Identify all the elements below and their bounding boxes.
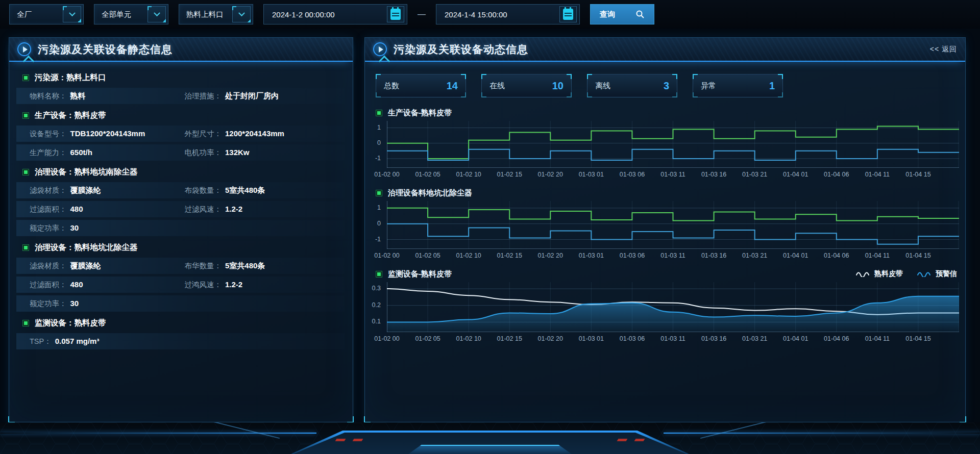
axis-tick-label: 01-03 11 [660,335,685,342]
chevron-down-icon [69,10,76,16]
chevron-down-icon [154,10,160,16]
dropdown-caret-box[interactable] [148,6,166,22]
stat-value: 14 [447,80,458,92]
date-to-input[interactable]: 2024-1-4 15:00:00 [436,4,580,24]
section-treatment-equipment-north: 治理设备：熟料地坑北除尘器 [16,239,345,256]
date-to-picker-button[interactable] [559,6,577,22]
field-label: 生产能力： [30,148,67,158]
info-row: 额定功率：30 [16,295,345,312]
stat-label: 异常 [701,81,716,91]
axis-tick-label: 01-03 01 [579,252,604,259]
date-from-picker-button[interactable] [387,6,404,22]
field-value: 熟料 [70,91,86,101]
axis-tick-label: 01-03 11 [660,171,685,178]
axis-tick-label: 01-04 06 [824,171,849,178]
section-bullet-icon [22,244,29,251]
play-icon [373,42,387,56]
source-select[interactable]: 熟料上料口 [179,4,253,24]
axis-tick-label: 01-02 00 [374,252,399,259]
field-value: 5室共480条 [225,186,265,195]
field-value: 480 [70,205,83,213]
axis-tick-label: 01-04 11 [865,335,890,342]
chart-title: 治理设备料地坑北除尘器 [388,188,472,198]
info-row: 滤袋材质：覆膜涤纶 布袋数量：5室共480条 [16,182,345,198]
field-label: 布华数量： [185,261,222,271]
field-label: 布袋数量： [185,186,222,195]
search-icon [635,10,645,19]
axis-tick-label: 01-04 06 [824,335,849,342]
static-panel-title: 污染源及关联设备静态信息 [38,42,173,57]
info-row: 额定功率：30 [16,220,345,236]
chart-title: 监测设备-熟料皮带 [388,269,452,279]
section-monitoring-equipment: 监测设备：熟料皮带 [16,314,345,332]
date-from-input[interactable]: 2024-1-2 00:00:00 [263,4,407,24]
unit-select[interactable]: 全部单元 [94,4,168,24]
field-label: 过滤面积： [30,205,67,214]
axis-tick-label: -1 [375,236,381,243]
axis-tick-label: 0.3 [372,285,381,292]
chart-y-axis-labels: 10-1 [369,121,385,168]
chart-bullet-icon [376,190,382,196]
field-label: 治理措施： [185,91,222,101]
chart-plot [387,201,959,249]
footer-red-accent [353,439,363,441]
static-info-rows: 污染源：熟料上料口 物料名称：熟料 治理措施：处于封闭厂房内 生产设备：熟料皮带… [9,62,353,349]
axis-tick-label: 01-02 15 [497,252,522,259]
field-label: 滤袋材质： [30,186,67,195]
axis-tick-label: 01-02 10 [456,335,481,342]
axis-tick-label: 01-02 05 [415,335,440,342]
back-button[interactable]: << 返回 [930,45,957,54]
dynamic-panel-title: 污染源及关联设备动态信息 [394,42,528,57]
axis-tick-label: 1 [377,204,381,211]
axis-tick-label: 01-03 06 [620,171,645,178]
field-value: 30 [70,299,79,308]
field-value: 覆膜涤纶 [70,261,101,271]
static-info-panel: 污染源及关联设备静态信息 污染源：熟料上料口 物料名称：熟料 治理措施：处于封闭… [9,37,353,422]
axis-tick-label: 0 [377,220,381,227]
chart-bullet-icon [376,271,382,278]
axis-tick-label: 01-04 01 [783,171,808,178]
footer-streak [700,422,775,439]
section-bullet-icon [22,169,29,175]
calendar-icon [563,9,573,20]
axis-tick-label: 01-04 15 [905,171,930,178]
section-title: 生产设备：熟料皮带 [35,110,106,121]
legend-item-warning[interactable]: 预警信 [917,269,957,279]
info-row: TSP：0.057 mg/m³ [16,333,345,349]
field-value: 30 [70,223,79,232]
axis-tick-label: 01-04 11 [865,171,890,178]
plant-select[interactable]: 全厂 [9,4,84,24]
axis-tick-label: 01-02 20 [538,171,563,178]
axis-tick-label: 01-03 06 [620,335,645,342]
stat-value: 1 [769,80,775,92]
axis-tick-label: 01-04 06 [824,252,849,259]
footer-decoration [0,422,980,454]
dropdown-caret-box[interactable] [232,6,251,22]
stat-label: 离线 [595,81,610,91]
section-pollution-source: 污染源：熟料上料口 [16,69,345,86]
footer-red-accent [634,439,645,441]
chart-treatment-equipment: 治理设备料地坑北除尘器 10-1 01-02 0001-02 0501-02 1… [376,185,960,261]
field-label: TSP： [30,337,52,346]
axis-tick-label: 01-02 20 [538,335,563,342]
chart-title: 生产设备-熟料皮带 [388,108,452,118]
date-range-separator: — [418,10,426,19]
chart-y-axis-labels: 10-1 [369,201,385,249]
legend-label: 熟料皮带 [874,269,903,279]
axis-tick-label: 01-02 15 [497,171,522,178]
axis-tick-label: 0.1 [372,318,381,325]
legend-label: 预警信 [936,269,957,279]
field-value: 132Kw [225,148,250,157]
chart-plot [387,121,959,168]
axis-tick-label: 01-03 16 [701,171,726,178]
dropdown-caret-box[interactable] [63,6,81,22]
info-row: 设备型号：TDB1200*204143mm 外型尺寸：1200*204143mm [16,125,345,142]
legend-item-clinker-belt[interactable]: 熟料皮带 [856,269,903,279]
stat-online: 在线 10 [481,74,572,97]
chart-bullet-icon [376,110,382,116]
chart-plot [387,282,959,332]
query-button[interactable]: 查询 [590,4,654,24]
field-label: 设备型号： [30,129,67,139]
field-label: 外型尺寸： [185,129,222,139]
chart-area: 0.30.20.1 01-02 0001-02 0501-02 1001-02 … [387,282,959,344]
